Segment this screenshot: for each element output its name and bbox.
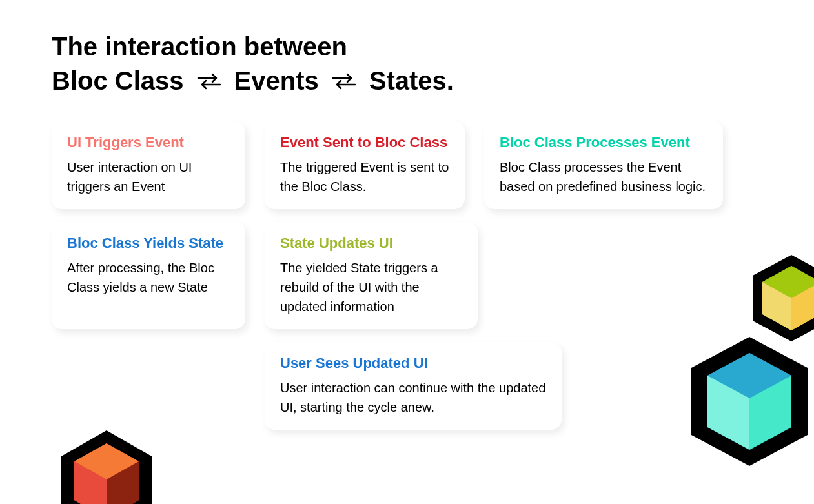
title-line2: Bloc Class Events States. xyxy=(52,66,762,96)
card-body: After processing, the Bloc Class yields … xyxy=(67,258,230,297)
title-line1: The interaction between xyxy=(52,32,762,61)
title-part-bloc-class: Bloc Class xyxy=(52,66,184,96)
card-body: Bloc Class processes the Event based on … xyxy=(500,157,707,196)
card-state-updates-ui: State Updates UI The yielded State trigg… xyxy=(265,222,478,329)
decorative-cube-icon xyxy=(678,330,814,475)
card-bloc-processes-event: Bloc Class Processes Event Bloc Class pr… xyxy=(484,121,723,209)
decorative-cube-icon xyxy=(743,250,814,349)
card-row-2: Bloc Class Yields State After processing… xyxy=(52,222,762,329)
title-section: The interaction between Bloc Class Event… xyxy=(0,0,814,115)
card-event-sent-to-bloc: Event Sent to Bloc Class The triggered E… xyxy=(265,121,465,209)
card-ui-triggers-event: UI Triggers Event User interaction on UI… xyxy=(52,121,245,209)
card-body: The yielded State triggers a rebuild of … xyxy=(280,258,462,316)
card-title: Bloc Class Yields State xyxy=(67,235,230,252)
card-bloc-yields-state: Bloc Class Yields State After processing… xyxy=(52,222,245,329)
card-title: User Sees Updated UI xyxy=(280,355,546,372)
card-body: The triggered Event is sent to the Bloc … xyxy=(280,157,449,196)
decorative-cube-icon xyxy=(48,424,165,504)
card-row-1: UI Triggers Event User interaction on UI… xyxy=(52,121,762,209)
card-row-3: User Sees Updated UI User interaction ca… xyxy=(52,342,762,430)
title-part-events: Events xyxy=(234,66,319,96)
card-title: UI Triggers Event xyxy=(67,134,230,151)
card-title: State Updates UI xyxy=(280,235,462,252)
swap-arrows-icon xyxy=(332,72,356,91)
title-part-states: States. xyxy=(369,66,454,96)
card-body: User interaction on UI triggers an Event xyxy=(67,157,230,196)
card-user-sees-updated-ui: User Sees Updated UI User interaction ca… xyxy=(265,342,562,430)
card-body: User interaction can continue with the u… xyxy=(280,378,546,417)
card-title: Bloc Class Processes Event xyxy=(500,134,707,151)
swap-arrows-icon xyxy=(197,72,221,91)
card-title: Event Sent to Bloc Class xyxy=(280,134,449,151)
